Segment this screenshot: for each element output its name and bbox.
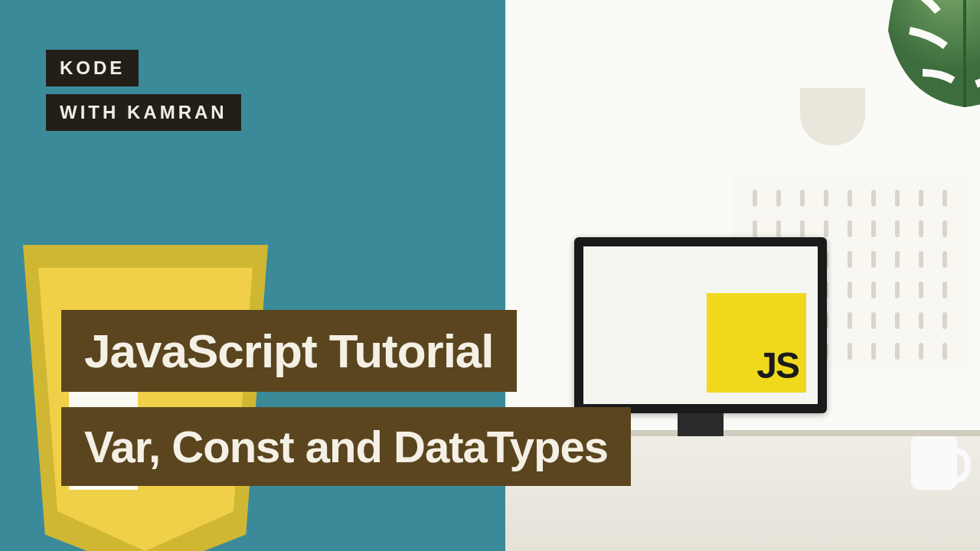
title-container: JavaScript Tutorial Var, Const and DataT… (61, 310, 631, 501)
brand-line-1: KODE (46, 50, 139, 86)
plant-pot (800, 88, 865, 145)
brand-line-2: WITH KAMRAN (46, 94, 241, 131)
js-logo-icon: JS (707, 293, 806, 393)
title-main: JavaScript Tutorial (61, 310, 517, 392)
mug (911, 436, 957, 490)
title-subtitle: Var, Const and DataTypes (61, 407, 631, 486)
brand-label: KODE WITH KAMRAN (46, 50, 241, 139)
